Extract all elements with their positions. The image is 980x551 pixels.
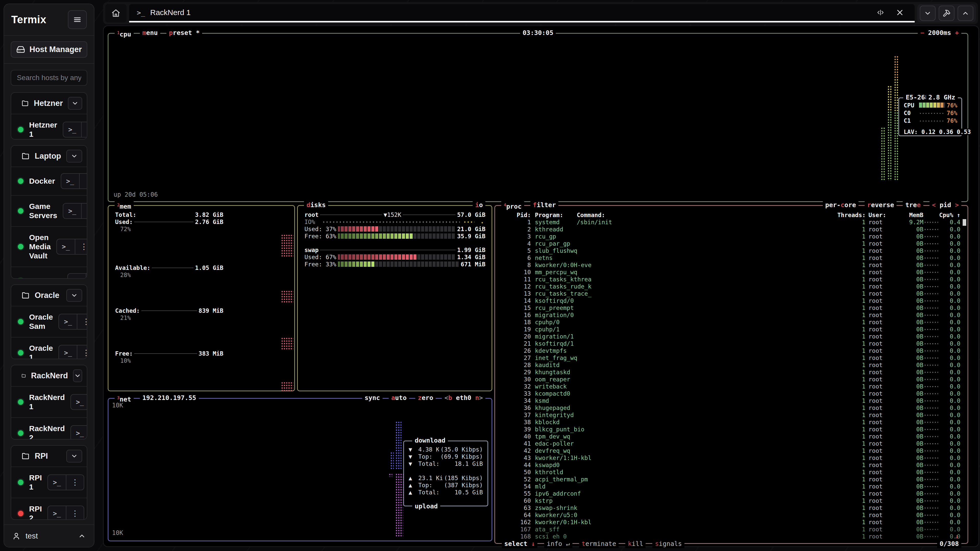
group-header[interactable]: RPI xyxy=(11,446,87,467)
signals-key[interactable]: signals xyxy=(652,540,684,548)
process-row[interactable]: 34ksmd1root0B0.0 xyxy=(500,397,960,404)
process-row[interactable]: 16migration/01root0B0.0 xyxy=(500,311,960,319)
group-collapse-button[interactable] xyxy=(66,150,82,162)
host-item[interactable]: Game Servers>_⋮ xyxy=(11,195,87,226)
process-row[interactable]: 8kworker/0:0H-eve1root0B0.0 xyxy=(500,262,960,268)
process-row[interactable]: 55ipv6_addrconf1root0B0.0 xyxy=(500,490,960,497)
process-row[interactable]: 21ksoftirqd/11root0B0.0 xyxy=(500,340,960,347)
net-interface-switcher[interactable]: <b eth0 n> xyxy=(442,394,485,402)
process-row[interactable]: 20migration/11root0B0.0 xyxy=(500,333,960,340)
update-interval[interactable]: − 2000ms + xyxy=(918,29,961,37)
process-row[interactable]: 38kblockd1root0B0.0 xyxy=(500,419,960,426)
host-terminal-button[interactable]: >_ xyxy=(59,314,77,329)
column-header[interactable]: Program: xyxy=(535,212,573,218)
column-header[interactable]: User: xyxy=(869,212,899,218)
host-menu-button[interactable]: ⋮ xyxy=(86,274,87,279)
process-row[interactable]: 33kcompactd01root0B0.0 xyxy=(500,390,960,397)
host-menu-button[interactable]: ⋮ xyxy=(77,345,87,359)
column-header[interactable]: Cpu% ↑ xyxy=(939,212,960,218)
host-menu-button[interactable]: ⋮ xyxy=(79,174,87,189)
process-row[interactable]: 11rcu_tasks_kthrea1root0B0.0 xyxy=(500,276,960,283)
process-row[interactable]: 39blkcg_punt_bio1root0B0.0 xyxy=(500,426,960,433)
host-terminal-button[interactable]: >_ xyxy=(71,426,87,440)
host-menu-button[interactable]: ⋮ xyxy=(77,314,87,329)
host-item[interactable]: Proxmox>_⋮ xyxy=(11,267,87,279)
group-header[interactable]: Oracle xyxy=(11,285,87,306)
select-key[interactable]: select ↓ xyxy=(502,540,538,548)
host-menu-button[interactable]: ⋮ xyxy=(81,122,87,137)
terminal-screen[interactable]: 1cpumenupreset *03:30:05− 2000ms +E5-268… xyxy=(103,25,979,547)
host-item[interactable]: Oracle 1>_⋮ xyxy=(11,337,87,359)
process-row[interactable]: 5slub_flushwq1root0B0.0 xyxy=(500,247,960,254)
proc-tree-toggle[interactable]: tree xyxy=(903,201,923,210)
host-item[interactable]: Docker>_⋮ xyxy=(11,167,87,195)
column-header[interactable]: Pid: xyxy=(500,212,531,218)
process-row[interactable]: 162kworker/0:1H-kbl1root0B0.0 xyxy=(500,519,960,526)
proc-filter-button[interactable]: filter xyxy=(530,201,558,211)
group-collapse-button[interactable] xyxy=(68,97,82,110)
process-row[interactable]: 168scsi_eh_01root0B0.0 xyxy=(500,533,960,540)
search-input[interactable] xyxy=(11,70,87,86)
host-menu-button[interactable]: ⋮ xyxy=(81,203,87,218)
host-terminal-button[interactable]: >_ xyxy=(63,203,81,218)
host-terminal-button[interactable]: >_ xyxy=(63,122,81,137)
scrollbar-thumb[interactable] xyxy=(963,219,966,226)
host-item[interactable]: RPI 2>_⋮ xyxy=(11,498,87,520)
proc-sort-selector[interactable]: < pid > xyxy=(929,201,961,210)
process-row[interactable]: 4rcu_par_gp1root0B0.0 xyxy=(500,240,960,247)
group-collapse-button[interactable] xyxy=(73,369,82,382)
process-row[interactable]: 29khungtaskd1root0B0.0 xyxy=(500,368,960,376)
process-row[interactable]: 3rcu_gp1root0B0.0 xyxy=(500,233,960,240)
process-row[interactable]: 15rcu_preempt1root0B0.0 xyxy=(500,304,960,311)
process-row[interactable]: 167ata_sff1root0B0.0 xyxy=(500,526,960,533)
column-header[interactable]: Command: xyxy=(577,212,837,218)
process-row[interactable]: 32writeback1root0B0.0 xyxy=(500,383,960,390)
group-collapse-button[interactable] xyxy=(66,289,82,302)
group-header[interactable]: Laptop xyxy=(11,146,87,167)
host-menu-button[interactable]: ⋮ xyxy=(66,475,84,490)
process-row[interactable]: 18cpuhp/01root0B0.0 xyxy=(500,319,960,326)
process-row[interactable]: 64kworker/u5:01root0B0.0 xyxy=(500,511,960,519)
process-row[interactable]: 60kstrp1root0B0.0 xyxy=(500,497,960,504)
terminate-key[interactable]: terminate xyxy=(579,540,619,548)
sidebar-menu-button[interactable] xyxy=(68,10,87,29)
process-row[interactable]: 1systemd/sbin/init1root9.2M0.4 xyxy=(500,219,960,226)
host-terminal-button[interactable]: >_ xyxy=(59,345,77,359)
group-collapse-button[interactable] xyxy=(66,450,82,462)
kill-key[interactable]: kill xyxy=(625,540,646,548)
process-row[interactable]: 42devfreq_wq1root0B0.0 xyxy=(500,447,960,454)
column-header[interactable]: MemB xyxy=(899,212,923,218)
process-row[interactable]: 6netns1root0B0.0 xyxy=(500,254,960,262)
proc-percore-toggle[interactable]: per-core xyxy=(823,201,859,210)
process-row[interactable]: 54mld1root0B0.0 xyxy=(500,483,960,490)
process-row[interactable]: 52acpi_thermal_pm1root0B0.0 xyxy=(500,476,960,483)
user-menu[interactable]: test xyxy=(4,524,94,547)
host-item[interactable]: Hetzner 1>_⋮ xyxy=(11,114,87,140)
process-row[interactable]: 14ksoftirqd/01root0B0.0 xyxy=(500,297,960,304)
process-row[interactable]: 37kintegrityd1root0B0.0 xyxy=(500,411,960,419)
host-item[interactable]: RackNerd 1>_⋮ xyxy=(11,386,87,417)
info-key[interactable]: info ↵ xyxy=(544,540,572,548)
host-item[interactable]: RPI 1>_⋮ xyxy=(11,467,87,498)
home-button[interactable] xyxy=(105,4,127,22)
net-zero-toggle[interactable]: zero xyxy=(415,394,436,402)
tab-close-button[interactable] xyxy=(893,5,907,20)
host-item[interactable]: Oracle Sam>_⋮ xyxy=(11,306,87,337)
process-row[interactable]: 41edac-poller1root0B0.0 xyxy=(500,440,960,447)
host-terminal-button[interactable]: >_ xyxy=(68,274,86,279)
process-row[interactable]: 30oom_reaper1root0B0.0 xyxy=(500,376,960,383)
cpu-menu-button[interactable]: menu xyxy=(140,29,160,39)
proc-reverse-toggle[interactable]: reverse xyxy=(865,201,897,210)
process-row[interactable]: 2kthreadd1root0B0.0 xyxy=(500,226,960,233)
host-terminal-button[interactable]: >_ xyxy=(48,506,66,520)
panel-expand-button[interactable] xyxy=(958,6,974,21)
process-row[interactable]: 50kthrotld1root0B0.0 xyxy=(500,468,960,476)
cpu-preset-button[interactable]: preset * xyxy=(166,29,202,39)
process-row[interactable]: 26kdevtmpfs1root0B0.0 xyxy=(500,347,960,354)
process-row[interactable]: 19cpuhp/11root0B0.0 xyxy=(500,326,960,333)
host-menu-button[interactable]: ⋮ xyxy=(75,239,87,254)
process-row[interactable]: 44kswapd01root0B0.0 xyxy=(500,462,960,468)
tab-split-button[interactable] xyxy=(873,5,888,20)
process-row[interactable]: 13rcu_tasks_trace_1root0B0.0 xyxy=(500,290,960,297)
host-menu-button[interactable]: ⋮ xyxy=(66,506,84,520)
